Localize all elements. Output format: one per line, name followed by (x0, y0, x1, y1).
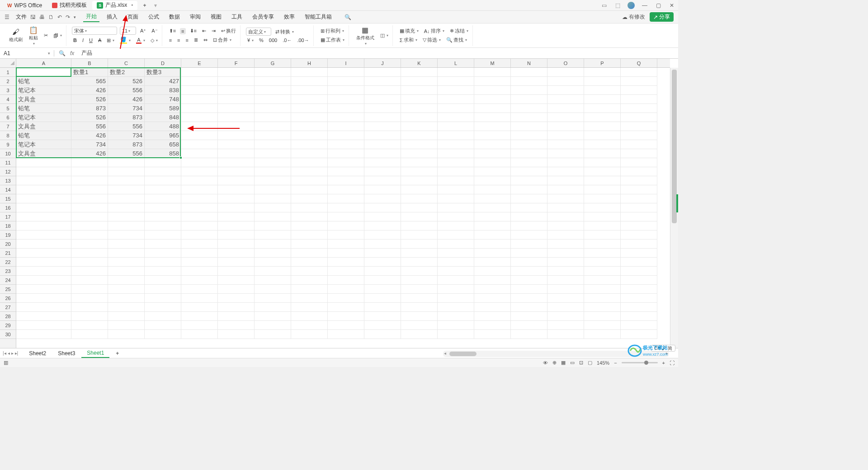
underline-button[interactable]: U (88, 37, 94, 43)
cell-L19[interactable] (438, 230, 474, 240)
cell-D7[interactable]: 488 (145, 122, 181, 131)
panel-icon[interactable]: ▭ (600, 2, 608, 9)
cell-J8[interactable] (364, 131, 401, 140)
cell-H30[interactable] (291, 330, 328, 339)
cell-F24[interactable] (218, 276, 255, 285)
cell-K2[interactable] (401, 77, 438, 86)
cell-Q7[interactable] (621, 122, 657, 131)
cell-J9[interactable] (364, 140, 401, 149)
cell-C21[interactable] (108, 249, 145, 258)
share-button[interactable]: ↗ 分享 (650, 12, 674, 22)
cell-I11[interactable] (328, 158, 364, 167)
row-header-5[interactable]: 5 (0, 104, 16, 113)
cell-F28[interactable] (218, 312, 255, 321)
cell-C7[interactable]: 556 (108, 122, 145, 131)
cell-C14[interactable] (108, 185, 145, 194)
cell-M7[interactable] (474, 122, 511, 131)
cell-N1[interactable] (511, 68, 547, 77)
cell-K30[interactable] (401, 330, 438, 339)
cell-N14[interactable] (511, 185, 547, 194)
cell-C26[interactable] (108, 294, 145, 303)
cell-Q13[interactable] (621, 176, 657, 185)
cell-I30[interactable] (328, 330, 364, 339)
cell-N18[interactable] (511, 221, 547, 230)
cell-P30[interactable] (584, 330, 621, 339)
cell-H17[interactable] (291, 212, 328, 221)
cell-Q24[interactable] (621, 276, 657, 285)
cell-I25[interactable] (328, 285, 364, 294)
cell-E12[interactable] (181, 167, 218, 176)
column-header-B[interactable]: B (71, 59, 108, 67)
row-header-22[interactable]: 22 (0, 258, 16, 267)
cell-C1[interactable]: 数量2 (108, 68, 145, 77)
wrap-button[interactable]: ↩换行 (220, 27, 237, 35)
horizontal-scrollbar[interactable]: ◂ ▸ (443, 351, 669, 357)
cell-D25[interactable] (145, 285, 181, 294)
cell-M19[interactable] (474, 230, 511, 240)
cell-N3[interactable] (511, 86, 547, 95)
cell-D4[interactable]: 748 (145, 95, 181, 104)
cell-I3[interactable] (328, 86, 364, 95)
cell-F2[interactable] (218, 77, 255, 86)
cell-Q27[interactable] (621, 303, 657, 312)
cell-E5[interactable] (181, 104, 218, 113)
minimize-button[interactable]: ― (641, 2, 648, 9)
cond-format-button[interactable]: ▦条件格式 (354, 26, 376, 46)
break-view-icon[interactable]: ⊡ (579, 360, 583, 366)
cell-K12[interactable] (401, 167, 438, 176)
cell-H16[interactable] (291, 203, 328, 212)
cell-M11[interactable] (474, 158, 511, 167)
cell-B11[interactable] (71, 158, 108, 167)
cell-D20[interactable] (145, 240, 181, 249)
cell-J3[interactable] (364, 86, 401, 95)
cell-N11[interactable] (511, 158, 547, 167)
cell-I22[interactable] (328, 258, 364, 267)
cell-L5[interactable] (438, 104, 474, 113)
cell-B9[interactable]: 734 (71, 140, 108, 149)
cell-P28[interactable] (584, 312, 621, 321)
cell-P9[interactable] (584, 140, 621, 149)
cell-B14[interactable] (71, 185, 108, 194)
cell-G4[interactable] (255, 95, 291, 104)
print-preview-icon[interactable]: 🗋 (48, 14, 54, 20)
align-top-button[interactable]: ⬆≡ (168, 28, 177, 34)
cell-J12[interactable] (364, 167, 401, 176)
cell-H27[interactable] (291, 303, 328, 312)
cell-M22[interactable] (474, 258, 511, 267)
cell-A8[interactable]: 铅笔 (16, 131, 71, 140)
cell-G3[interactable] (255, 86, 291, 95)
cell-A14[interactable] (16, 185, 71, 194)
name-box[interactable]: A1 ▾ (0, 50, 54, 56)
cell-B2[interactable]: 565 (71, 77, 108, 86)
cell-E19[interactable] (181, 230, 218, 240)
cell-I16[interactable] (328, 203, 364, 212)
cell-L1[interactable] (438, 68, 474, 77)
cell-G12[interactable] (255, 167, 291, 176)
zoom-in-button[interactable]: + (662, 360, 665, 366)
cell-P11[interactable] (584, 158, 621, 167)
cell-C9[interactable]: 873 (108, 140, 145, 149)
cell-N30[interactable] (511, 330, 547, 339)
row-header-11[interactable]: 11 (0, 158, 16, 167)
eye-icon[interactable]: 👁 (543, 360, 548, 366)
sheet-tab-sheet2[interactable]: Sheet2 (24, 349, 52, 357)
row-header-24[interactable]: 24 (0, 276, 16, 285)
rowcol-button[interactable]: ⊞行和列 (319, 27, 345, 35)
cell-N22[interactable] (511, 258, 547, 267)
cell-L20[interactable] (438, 240, 474, 249)
cell-C13[interactable] (108, 176, 145, 185)
cell-C19[interactable] (108, 230, 145, 240)
cell-K8[interactable] (401, 131, 438, 140)
cell-K16[interactable] (401, 203, 438, 212)
cell-M12[interactable] (474, 167, 511, 176)
cell-O3[interactable] (547, 86, 584, 95)
tab-tools[interactable]: 工具 (229, 12, 245, 22)
cell-M1[interactable] (474, 68, 511, 77)
cell-E27[interactable] (181, 303, 218, 312)
cell-B25[interactable] (71, 285, 108, 294)
cell-M13[interactable] (474, 176, 511, 185)
comma-button[interactable]: 000 (268, 37, 278, 43)
align-center-button[interactable]: ≡ (176, 37, 181, 43)
cell-M20[interactable] (474, 240, 511, 249)
status-mode-icon[interactable]: ▥ (4, 360, 8, 366)
